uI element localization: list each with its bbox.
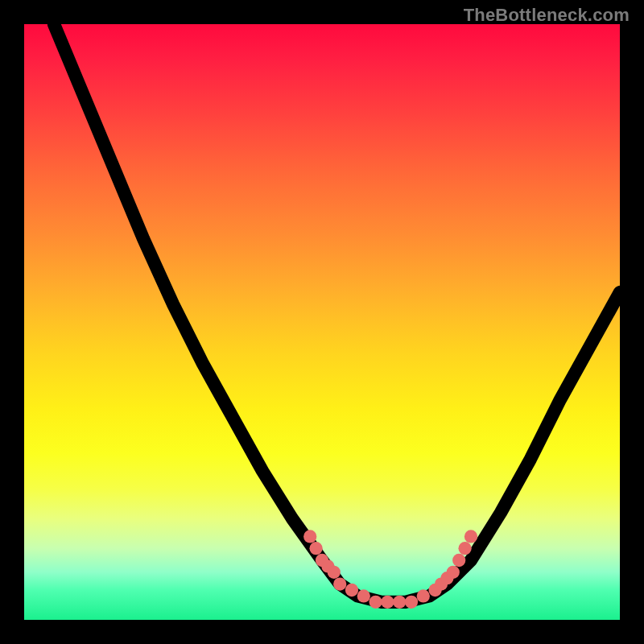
curve-marker	[417, 589, 430, 602]
chart-container: TheBottleneck.com	[0, 0, 644, 644]
curve-marker	[452, 554, 465, 567]
curve-marker	[393, 596, 406, 609]
curve-marker	[345, 584, 358, 597]
curve-marker	[309, 542, 322, 555]
curve-marker	[405, 596, 418, 609]
curve-marker	[464, 530, 477, 543]
watermark-text: TheBottleneck.com	[464, 5, 630, 26]
plot-area	[24, 24, 620, 620]
curve-marker	[458, 542, 471, 555]
curve-marker	[357, 589, 370, 602]
curve-marker	[447, 566, 460, 579]
curve-marker	[369, 596, 382, 609]
bottleneck-curve	[54, 24, 620, 602]
curve-svg	[24, 24, 620, 620]
curve-marker	[303, 530, 316, 543]
curve-marker	[333, 577, 346, 590]
curve-marker	[381, 596, 394, 609]
curve-marker	[328, 566, 341, 579]
curve-markers	[303, 530, 477, 609]
